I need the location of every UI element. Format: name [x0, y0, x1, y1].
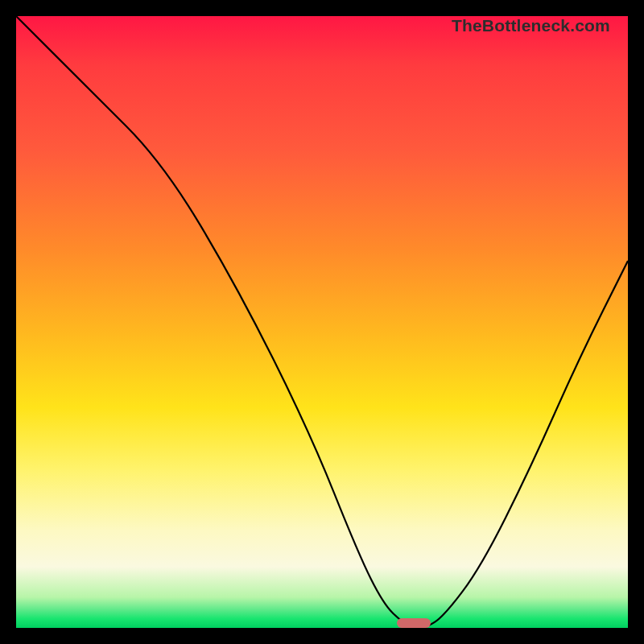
chart-frame: TheBottleneck.com: [0, 0, 644, 644]
bottleneck-curve: [16, 16, 628, 628]
plot-area: TheBottleneck.com: [16, 16, 628, 628]
optimal-marker: [397, 618, 431, 628]
curve-path: [16, 16, 628, 628]
